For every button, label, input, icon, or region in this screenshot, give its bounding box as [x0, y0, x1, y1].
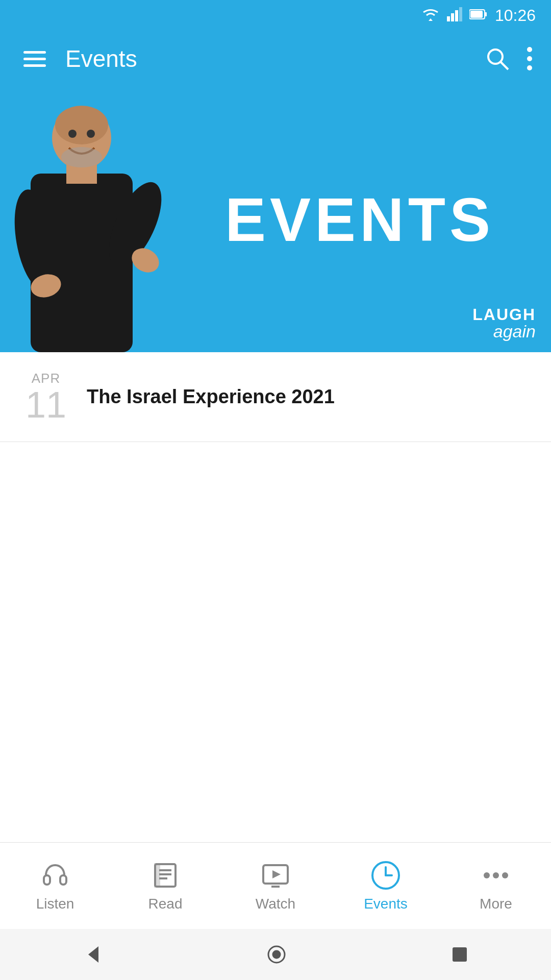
svg-rect-0 [447, 16, 450, 21]
svg-point-38 [502, 872, 508, 878]
menu-line [23, 64, 46, 67]
nav-label-events: Events [364, 896, 408, 912]
play-icon [260, 860, 291, 891]
hero-brand: LAUGH again [472, 306, 536, 340]
svg-rect-6 [470, 11, 483, 18]
svg-point-37 [493, 872, 499, 878]
wifi-icon [421, 7, 440, 23]
svg-point-13 [55, 106, 108, 144]
page-title: Events [65, 45, 485, 72]
svg-rect-29 [155, 864, 159, 887]
hero-banner: EVENTS LAUGH again [0, 87, 551, 352]
hero-person-illustration [0, 97, 173, 352]
system-nav [0, 929, 551, 980]
nav-item-read[interactable]: Read [124, 860, 206, 912]
svg-point-22 [61, 147, 102, 167]
svg-point-11 [527, 65, 532, 70]
headphones-icon [40, 860, 70, 891]
clock-icon [370, 860, 401, 891]
svg-marker-39 [88, 946, 98, 963]
back-button[interactable] [82, 944, 103, 965]
status-time: 10:26 [495, 6, 536, 25]
bottom-nav: Listen Read Watch [0, 842, 551, 929]
status-bar: 10:26 [0, 0, 551, 31]
status-icons: 10:26 [421, 6, 536, 25]
hero-title: EVENTS [225, 189, 494, 250]
nav-label-more: More [480, 896, 512, 912]
svg-point-9 [527, 47, 532, 52]
event-list: APR 11 The Israel Experience 2021 [0, 352, 551, 442]
event-day: 11 [26, 386, 66, 423]
svg-rect-23 [44, 875, 50, 885]
book-icon [150, 860, 181, 891]
more-button[interactable] [527, 46, 533, 71]
nav-label-listen: Listen [36, 896, 74, 912]
nav-item-more[interactable]: More [455, 860, 537, 912]
svg-rect-1 [451, 13, 454, 21]
svg-point-41 [273, 951, 280, 958]
svg-point-7 [488, 50, 503, 64]
svg-rect-2 [455, 10, 458, 21]
dots-icon [481, 860, 511, 891]
svg-rect-3 [459, 7, 462, 21]
svg-point-20 [68, 130, 77, 138]
event-item[interactable]: APR 11 The Israel Experience 2021 [0, 352, 551, 442]
menu-button[interactable] [18, 46, 51, 72]
nav-label-read: Read [148, 896, 183, 912]
app-bar: Events [0, 31, 551, 87]
nav-item-events[interactable]: Events [345, 860, 427, 912]
battery-icon [469, 9, 488, 22]
brand-laugh: LAUGH [472, 306, 536, 323]
nav-label-watch: Watch [256, 896, 295, 912]
app-bar-actions [485, 46, 533, 71]
svg-point-21 [87, 130, 95, 138]
nav-item-listen[interactable]: Listen [14, 860, 96, 912]
event-date: APR 11 [20, 371, 71, 423]
svg-rect-24 [60, 875, 66, 885]
svg-marker-31 [272, 870, 281, 878]
recents-button[interactable] [450, 945, 469, 964]
svg-point-10 [527, 56, 532, 61]
search-button[interactable] [485, 46, 510, 71]
svg-rect-42 [453, 947, 467, 962]
nav-item-watch[interactable]: Watch [235, 860, 316, 912]
menu-line [23, 51, 46, 54]
svg-point-36 [484, 872, 490, 878]
event-title: The Israel Experience 2021 [87, 386, 531, 408]
signal-icon [447, 7, 462, 23]
brand-tagline: again [472, 323, 536, 340]
home-button[interactable] [266, 944, 287, 965]
menu-line [23, 58, 46, 60]
svg-line-8 [500, 62, 508, 69]
svg-rect-5 [485, 12, 487, 16]
